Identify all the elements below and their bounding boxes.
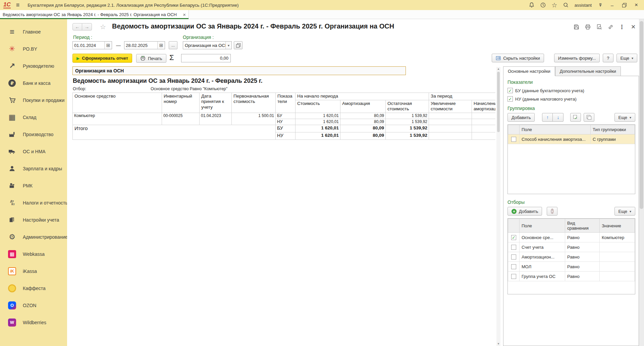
save-icon[interactable] (573, 23, 580, 30)
main-menu-icon[interactable]: ≡ (16, 2, 20, 8)
grouping-row-checkbox-cell[interactable] (508, 134, 520, 144)
grouping-row-type[interactable]: С группами (591, 134, 635, 144)
filter-row-compare[interactable]: Равно (565, 262, 600, 272)
more-commands-icon[interactable]: ⋮ (619, 23, 625, 30)
get-link-icon[interactable] (607, 23, 614, 30)
restore-button[interactable] (620, 1, 629, 9)
check-all-button[interactable] (570, 113, 581, 122)
current-user[interactable]: assistant (575, 3, 592, 8)
filter-row-field[interactable]: Основное сре... (520, 233, 565, 242)
sidebar-item-nastroyki-ucheta[interactable]: Настройки учета (0, 211, 67, 228)
tab-depreciation-report[interactable]: Ведомость амортизации ОС за Январь 2024 … (0, 10, 189, 19)
sidebar-item-rmk[interactable]: РМК (0, 177, 67, 194)
sidebar-item-pokupki-prodazhi[interactable]: Покупки и продажи (0, 92, 67, 109)
filter-row[interactable]: ✓ Основное сре... Равно Компьютер (508, 233, 635, 242)
period-to-input[interactable] (124, 43, 157, 48)
filter-row-value[interactable] (600, 242, 635, 252)
organization-select[interactable]: Организация на ОСН ▾ (183, 41, 232, 49)
tab-close-icon[interactable]: × (183, 12, 186, 17)
report-org-header-cell[interactable]: Организация на ОСН (72, 66, 406, 75)
sidebar-item-ozon[interactable]: O OZON (0, 297, 67, 314)
chevron-down-icon[interactable]: ▾ (225, 42, 231, 49)
move-up-button[interactable]: ↑ (542, 113, 553, 122)
sum-sigma-icon[interactable]: Σ (169, 53, 174, 62)
sidebar-item-ikassa[interactable]: iK iKassa (0, 263, 67, 280)
checkbox-unchecked[interactable] (511, 274, 516, 279)
checkbox-checked-icon[interactable]: ✓ (507, 96, 513, 102)
filter-row-checkbox-cell[interactable] (508, 272, 520, 281)
preview-icon[interactable] (596, 23, 602, 30)
checkbox-checked-icon[interactable]: ✓ (507, 88, 513, 93)
filter-row-value[interactable]: Компьютер (600, 233, 635, 242)
print-button[interactable]: Печать (136, 54, 166, 63)
sidebar-item-poby[interactable]: ✳ PO.BY (0, 40, 67, 57)
filter-row[interactable]: Амортизацион... Равно (508, 252, 635, 262)
more-button[interactable]: Еще ▾ (616, 54, 637, 62)
uncheck-all-button[interactable] (584, 113, 594, 122)
scrollbar-thumb[interactable] (640, 21, 643, 209)
notifications-bell-icon[interactable] (528, 1, 536, 9)
asset-name-cell[interactable]: Компьютер (73, 113, 162, 125)
window-vertical-scrollbar[interactable] (639, 19, 644, 346)
search-icon[interactable] (562, 1, 570, 9)
filter-row-checkbox-cell[interactable] (508, 262, 520, 272)
sidebar-item-administrirovanie[interactable]: ⚙ Администрирование (0, 228, 67, 245)
organization-open-button[interactable] (234, 41, 243, 49)
indicator-nu-checkbox-row[interactable]: ✓ НУ (данные налогового учета) (507, 96, 635, 102)
hide-settings-button[interactable]: Скрыть настройки (492, 54, 544, 62)
scrollbar-thumb[interactable] (497, 72, 500, 132)
table-row[interactable]: Компьютер 00-000025 01.04.2023 1 500.01 … (73, 113, 496, 119)
filter-row[interactable]: МОЛ Равно (508, 262, 635, 272)
history-icon[interactable] (539, 1, 547, 9)
move-down-button[interactable]: ↓ (553, 113, 564, 122)
filter-row-field[interactable]: Счет учета (520, 242, 565, 252)
sidebar-item-nalogi[interactable]: ДтКт Налоги и отчетность (0, 194, 67, 211)
filters-delete-button[interactable]: ✕ (547, 207, 557, 216)
sidebar-item-os-nma[interactable]: ОС и НМА (0, 143, 67, 160)
close-form-icon[interactable]: ✕ (630, 23, 637, 30)
minimize-button[interactable]: – (608, 1, 616, 9)
report-vertical-scrollbar[interactable]: ▲ ▼ (496, 67, 500, 346)
filters-more-button[interactable]: Еще ▾ (614, 207, 635, 216)
favorite-star-icon[interactable]: ☆ (100, 23, 106, 31)
service-menu-icon[interactable]: ≡ ▾ (596, 1, 604, 9)
tab-main-settings[interactable]: Основные настройки (503, 66, 555, 76)
print-icon[interactable] (584, 23, 591, 30)
filter-row-compare[interactable]: Равно (565, 242, 600, 252)
scroll-down-icon[interactable]: ▼ (496, 342, 500, 346)
filters-add-button[interactable]: + Добавить (507, 207, 542, 216)
sidebar-item-kaffesta[interactable]: Каффеста (0, 280, 67, 297)
checkbox-unchecked[interactable] (511, 245, 516, 250)
calendar-icon[interactable]: ⊞ (157, 42, 165, 49)
sum-input[interactable] (181, 54, 231, 62)
edit-form-button[interactable]: Изменить форму... (554, 54, 600, 62)
filter-row-field[interactable]: Группа учета ОС (520, 272, 565, 281)
sidebar-item-sklad[interactable]: ▦ Склад (0, 109, 67, 126)
filter-row-checkbox-cell[interactable]: ✓ (508, 233, 520, 242)
help-button[interactable]: ? (603, 54, 613, 62)
period-from-input[interactable] (73, 43, 104, 48)
grouping-add-button[interactable]: Добавить (507, 113, 535, 122)
filter-row-compare[interactable]: Равно (565, 272, 600, 281)
indicator-bu-checkbox-row[interactable]: ✓ БУ (данные бухгалтерского учета) (507, 88, 635, 93)
filter-row-checkbox-cell[interactable] (508, 242, 520, 252)
grouping-row[interactable]: Способ начисления амортиза... С группами (508, 134, 635, 144)
period-from-field[interactable]: ⊞ (72, 41, 112, 49)
sidebar-item-glavnoe[interactable]: ≡ Главное (0, 23, 67, 40)
grouping-row-field[interactable]: Способ начисления амортиза... (520, 134, 591, 144)
sidebar-item-wildberries[interactable]: W Wildberries (0, 314, 67, 331)
filter-row-compare[interactable]: Равно (565, 233, 600, 242)
filter-row-field[interactable]: Амортизацион... (520, 252, 565, 262)
checkbox-checked-icon[interactable]: ✓ (511, 235, 516, 240)
sidebar-item-bank-kassa[interactable]: ₽ Банк и касса (0, 74, 67, 92)
filter-row-value[interactable] (600, 262, 635, 272)
sidebar-item-webkassa[interactable]: ▦ Webkassa (0, 245, 67, 263)
checkbox-unchecked[interactable] (511, 254, 516, 260)
scroll-up-icon[interactable]: ▲ (496, 67, 500, 71)
close-window-button[interactable]: × (632, 1, 641, 9)
forward-button[interactable]: → (82, 23, 92, 31)
filter-row[interactable]: Счет учета Равно (508, 242, 635, 252)
generate-report-button[interactable]: ▶ Сформировать отчет (72, 54, 132, 63)
period-to-field[interactable]: ⊞ (124, 41, 165, 49)
favorites-star-icon[interactable]: ☆ (550, 1, 558, 9)
